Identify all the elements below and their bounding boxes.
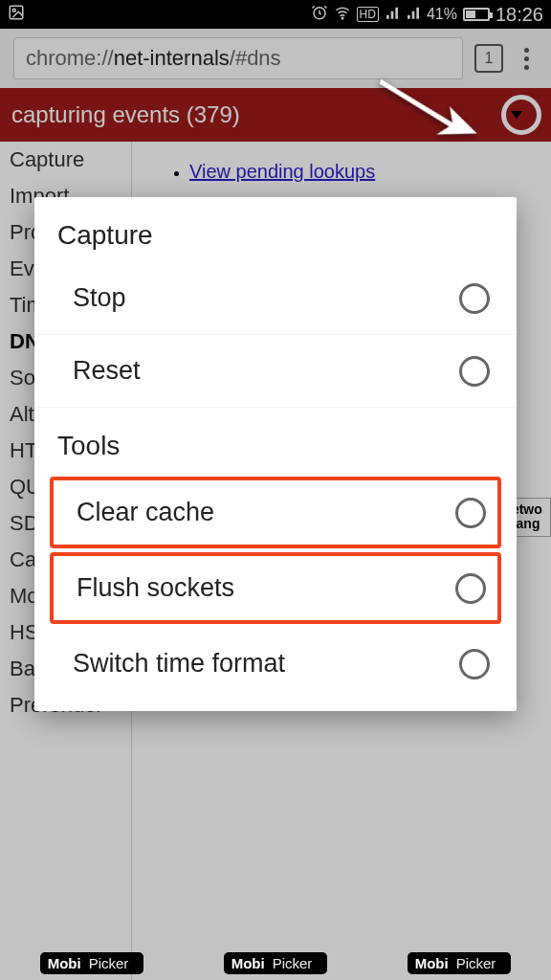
radio-icon[interactable] (455, 498, 486, 528)
dropdown-popup: CaptureStopResetToolsClear cacheFlush so… (34, 197, 517, 711)
popup-item[interactable]: Switch time format (34, 628, 517, 700)
watermark: MobiPicker MobiPicker MobiPicker (0, 952, 551, 974)
popup-item[interactable]: Clear cache (50, 477, 501, 548)
popup-item[interactable]: Flush sockets (50, 552, 501, 624)
popup-item-label: Flush sockets (77, 573, 234, 602)
popup-item[interactable]: Reset (34, 335, 517, 408)
popup-item[interactable]: Stop (34, 262, 517, 335)
radio-icon[interactable] (455, 573, 486, 604)
popup-item-label: Switch time format (73, 649, 285, 678)
popup-section-title: Tools (34, 408, 517, 473)
radio-icon[interactable] (459, 649, 490, 679)
popup-item-label: Reset (73, 356, 141, 385)
popup-item-label: Clear cache (77, 498, 214, 526)
popup-item-label: Stop (73, 283, 126, 312)
radio-icon[interactable] (459, 283, 490, 314)
radio-icon[interactable] (459, 356, 490, 387)
popup-section-title: Capture (34, 197, 517, 262)
